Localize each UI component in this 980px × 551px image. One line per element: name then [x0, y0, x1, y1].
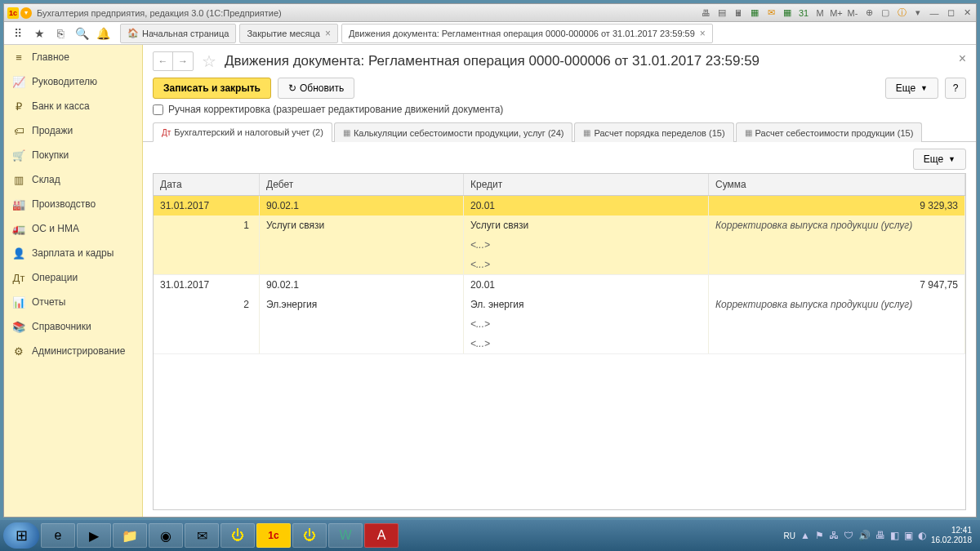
close-icon[interactable]: ×: [325, 28, 331, 39]
sidebar-item-catalogs[interactable]: 📚Справочники: [4, 314, 142, 339]
col-credit[interactable]: Кредит: [464, 174, 709, 195]
tab-home-label: Начальная страница: [142, 29, 229, 38]
table-area: Еще▼ Дата Дебет Кредит Сумма 31.01.2017 …: [143, 142, 976, 517]
subtab-calc[interactable]: ▦Калькуляции себестоимости продукции, ус…: [334, 122, 573, 142]
task-explorer[interactable]: 📁: [113, 523, 147, 548]
clipboard-icon[interactable]: ⎘: [51, 24, 69, 42]
help-button[interactable]: ?: [945, 78, 966, 99]
subtab-cost[interactable]: ▦Расчет себестоимости продукции (15): [736, 122, 923, 142]
sidebar-item-hr[interactable]: 👤Зарплата и кадры: [4, 241, 142, 265]
tray-shield-icon[interactable]: 🛡: [844, 530, 853, 541]
col-debit[interactable]: Дебет: [260, 174, 464, 195]
sidebar-item-assets[interactable]: 🚛ОС и НМА: [4, 216, 142, 241]
doc-icon[interactable]: ▤: [716, 7, 728, 19]
cell-dots: <...>: [464, 255, 709, 274]
info-icon[interactable]: ⓘ: [896, 7, 907, 19]
task-ie[interactable]: e: [41, 523, 75, 548]
sidebar-item-reports[interactable]: 📊Отчеты: [4, 290, 142, 314]
sidebar-item-manager[interactable]: 📈Руководителю: [4, 69, 142, 94]
tray-sound-icon[interactable]: 🔊: [858, 530, 871, 541]
cell-empty: .: [260, 255, 464, 274]
tray-flag-icon[interactable]: ⚑: [815, 530, 824, 541]
clock-time: 12:41: [931, 526, 972, 535]
sidebar-item-purchases[interactable]: 🛒Покупки: [4, 143, 142, 167]
task-power2[interactable]: ⏻: [292, 523, 327, 548]
zoom-icon[interactable]: ⊕: [863, 7, 875, 19]
close-window-icon[interactable]: ✕: [961, 7, 973, 19]
app-window: 1c ▾ Бухгалтерия предприятия, редакция 3…: [3, 3, 977, 518]
task-word[interactable]: W: [328, 523, 363, 548]
task-pdf[interactable]: A: [364, 523, 399, 548]
tab-monthclose[interactable]: Закрытие месяца×: [239, 24, 338, 43]
back-icon[interactable]: ←: [154, 52, 173, 70]
start-button[interactable]: ⊞: [3, 522, 39, 549]
tab-movements[interactable]: Движения документа: Регламентная операци…: [341, 24, 713, 43]
sidebar-item-production[interactable]: 🏭Производство: [4, 192, 142, 216]
task-power1[interactable]: ⏻: [220, 523, 255, 548]
sidebar-item-sales[interactable]: 🏷Продажи: [4, 118, 142, 143]
calc-icon[interactable]: 🖩: [733, 7, 744, 19]
subtab-order[interactable]: ▦Расчет порядка переделов (15): [574, 122, 733, 142]
sidebar-item-label: Операции: [32, 272, 78, 283]
task-chrome[interactable]: ◉: [149, 523, 183, 548]
dtct-icon: Дт: [162, 128, 171, 137]
manual-edit-checkbox[interactable]: [153, 104, 163, 115]
cell-empty: .: [260, 334, 464, 353]
mail-icon[interactable]: ✉: [765, 7, 777, 19]
more-button[interactable]: Еще▼: [885, 78, 938, 99]
dropdown-icon[interactable]: ▾: [20, 7, 32, 19]
info-drop-icon[interactable]: ▾: [912, 7, 924, 19]
excel-icon[interactable]: ▦: [749, 7, 760, 19]
tray-net-icon[interactable]: 🖧: [829, 530, 839, 541]
m-minus-icon[interactable]: M-: [847, 7, 858, 19]
sidebar-item-label: Склад: [32, 174, 60, 185]
table-more-button[interactable]: Еще▼: [913, 149, 966, 170]
lang-indicator[interactable]: RU: [784, 531, 795, 540]
task-1c[interactable]: 1c: [256, 523, 291, 548]
col-date[interactable]: Дата: [154, 174, 260, 195]
col-sum[interactable]: Сумма: [709, 174, 965, 195]
close-icon[interactable]: ×: [700, 28, 706, 39]
forward-icon[interactable]: →: [173, 52, 193, 70]
sidebar-item-label: Производство: [32, 198, 96, 210]
search-icon[interactable]: 🔍: [73, 24, 91, 42]
calendar-icon[interactable]: 31: [798, 7, 809, 19]
subtab-accounting[interactable]: ДтБухгалтерский и налоговый учет (2): [153, 122, 332, 142]
tray-misc-icon[interactable]: ◐: [918, 530, 926, 541]
sidebar-item-main[interactable]: ≡Главное: [4, 45, 142, 69]
main-area: ≡Главное 📈Руководителю ₽Банк и касса 🏷Пр…: [4, 45, 976, 517]
m-icon[interactable]: M: [814, 7, 826, 19]
sidebar-item-warehouse[interactable]: ▥Склад: [4, 167, 142, 192]
save-close-button[interactable]: Записать и закрыть: [153, 78, 271, 99]
favorite-icon[interactable]: ☆: [202, 51, 216, 71]
tray-misc-icon[interactable]: ◧: [890, 530, 899, 541]
clock[interactable]: 12:41 16.02.2018: [931, 526, 972, 545]
apps-icon[interactable]: ⠿: [9, 24, 27, 42]
star-icon[interactable]: ★: [30, 24, 48, 42]
sidebar-item-label: Главное: [32, 51, 69, 63]
tray-flag-icon[interactable]: ▲: [800, 530, 810, 541]
task-media[interactable]: ▶: [77, 523, 111, 548]
sidebar-item-operations[interactable]: ДтОперации: [4, 265, 142, 290]
tab-t1-label: Закрытие месяца: [247, 29, 320, 38]
m-plus-icon[interactable]: M+: [831, 7, 842, 19]
refresh-button[interactable]: ↻Обновить: [278, 78, 354, 99]
truck-icon: 🚛: [12, 223, 25, 235]
grid-icon[interactable]: ▦: [782, 7, 793, 19]
tray-printer-icon[interactable]: 🖶: [875, 530, 885, 541]
task-outlook[interactable]: ✉: [185, 523, 219, 548]
cell-empty: [709, 235, 965, 255]
minimize-icon[interactable]: —: [929, 7, 940, 19]
bell-icon[interactable]: 🔔: [94, 24, 112, 42]
sidebar-item-bank[interactable]: ₽Банк и касса: [4, 94, 142, 118]
close-page-icon[interactable]: ×: [959, 51, 966, 66]
titlebar-icons: 🖶 ▤ 🖩 ▦ ✉ ▦ 31 M M+ M- ⊕ ▢ ⓘ ▾ — ◻ ✕: [700, 7, 973, 19]
tray-misc-icon[interactable]: ▣: [904, 530, 913, 541]
maximize-icon[interactable]: ◻: [945, 7, 956, 19]
sidebar-item-admin[interactable]: ⚙Администрирование: [4, 339, 142, 363]
table-row[interactable]: 31.01.2017 90.02.1 20.01 9 329,33 1 Услу…: [154, 196, 965, 275]
table-row[interactable]: 31.01.2017 90.02.1 20.01 7 947,75 2 Эл.э…: [154, 275, 965, 354]
box-icon[interactable]: ▢: [880, 7, 891, 19]
tab-home[interactable]: 🏠Начальная страница: [120, 24, 236, 43]
print-icon[interactable]: 🖶: [700, 7, 711, 19]
